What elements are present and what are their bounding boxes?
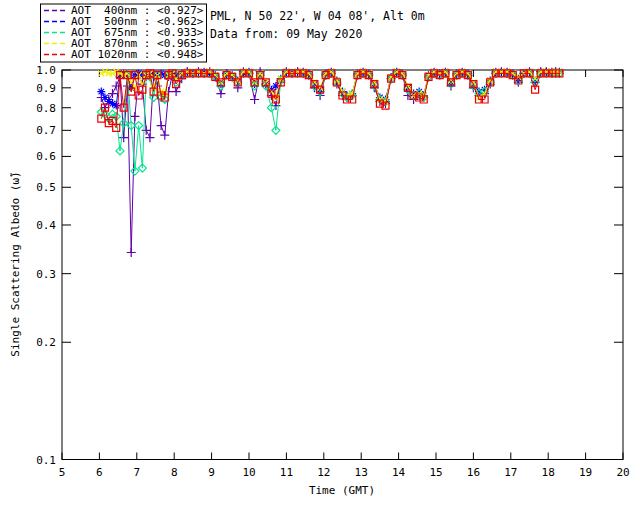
ssa-plot-window: 5678910111213141516171819201.00.90.80.70…	[0, 0, 640, 512]
x-tick-label: 7	[133, 466, 140, 479]
x-tick-label: 10	[242, 466, 255, 479]
x-tick-label: 6	[96, 466, 103, 479]
series-line-aot-1020nm	[101, 73, 559, 128]
date-title: Data from: 09 May 2020	[210, 27, 362, 41]
legend-entry-label: AOT 1020nm : <0.948>	[71, 48, 204, 61]
series-line-aot-400nm	[101, 72, 559, 253]
x-tick-label: 13	[355, 466, 368, 479]
x-axis-title: Time (GMT)	[309, 484, 375, 497]
chart-generated-layer: 5678910111213141516171819201.00.90.80.70…	[36, 4, 630, 479]
y-tick-label: 0.7	[36, 124, 56, 137]
y-tick-label: 0.4	[36, 219, 56, 232]
x-tick-label: 15	[429, 466, 442, 479]
series-markers-aot-1020nm	[98, 70, 563, 131]
y-tick-label: 0.5	[36, 181, 56, 194]
x-tick-label: 18	[542, 466, 555, 479]
x-tick-label: 17	[504, 466, 517, 479]
x-tick-label: 19	[579, 466, 592, 479]
y-tick-label: 0.3	[36, 268, 56, 281]
x-tick-label: 8	[171, 466, 178, 479]
x-tick-label: 14	[392, 466, 406, 479]
y-tick-label: 1.0	[36, 64, 56, 77]
y-tick-label: 0.2	[36, 336, 56, 349]
y-axis-title: Single Scattering Albedo (ω̃)	[9, 171, 22, 356]
x-tick-label: 9	[208, 466, 215, 479]
x-tick-label: 16	[467, 466, 480, 479]
y-tick-label: 0.1	[36, 454, 56, 467]
x-tick-label: 12	[317, 466, 330, 479]
x-tick-label: 5	[59, 466, 66, 479]
x-tick-label: 20	[616, 466, 629, 479]
x-tick-label: 11	[280, 466, 293, 479]
ssa-chart: 5678910111213141516171819201.00.90.80.70…	[0, 0, 640, 512]
y-tick-label: 0.6	[36, 150, 56, 163]
y-tick-label: 0.8	[36, 102, 56, 115]
station-title: PML, N 50 22', W 04 08', Alt 0m	[210, 9, 425, 23]
y-tick-label: 0.9	[36, 82, 56, 95]
